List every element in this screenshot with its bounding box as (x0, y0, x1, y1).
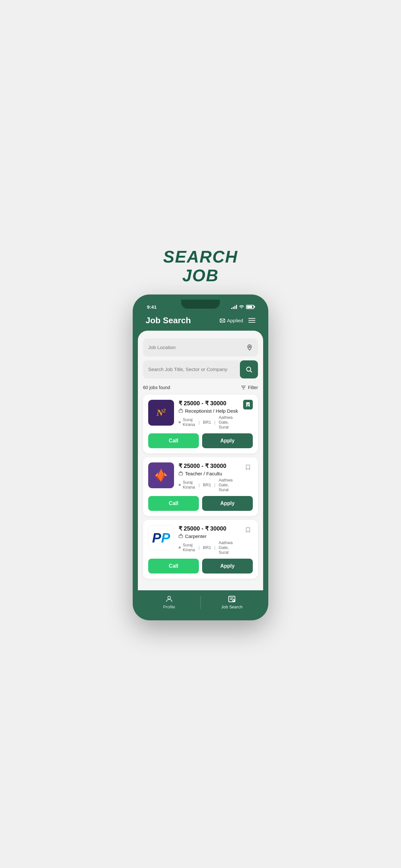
page-wrapper: SEARCH JOB 9:41 (123, 248, 278, 620)
branch-name-3: BR1 (203, 545, 211, 550)
company-row-2: Suraj Kirana | BR1 | Aathwa Gate, Surat (179, 477, 239, 492)
svg-rect-19 (179, 484, 181, 486)
job-actions-1: Call Apply (148, 433, 253, 448)
search-input[interactable] (143, 367, 240, 372)
notch (181, 300, 220, 309)
app-header: Job Search Applied (138, 312, 263, 331)
filter-label: Filter (248, 385, 258, 390)
svg-line-35 (235, 601, 235, 601)
company-logo-3: PP (148, 525, 174, 551)
results-count: 60 jobs found (143, 385, 170, 390)
location-pin-icon (246, 344, 253, 351)
search-wrapper (143, 361, 258, 378)
branch-name-2: BR1 (203, 483, 211, 487)
building-icon-3 (179, 546, 181, 550)
svg-rect-8 (179, 422, 181, 423)
location-input[interactable] (148, 345, 246, 350)
company-row-1: Suraj Kirana | BR1 | Aathwa Gate, Surat (179, 415, 239, 430)
job-location-3: Aathwa Gate, Surat (219, 540, 239, 555)
job-actions-3: Call Apply (148, 559, 253, 574)
bookmark-button-3[interactable] (243, 525, 253, 535)
svg-point-2 (247, 367, 251, 371)
search-section (143, 338, 258, 378)
hamburger-menu-button[interactable] (248, 318, 255, 322)
bottom-nav: Profile Job Search (138, 590, 263, 615)
phone-frame: 9:41 Job Search (133, 294, 268, 620)
apply-button-3[interactable]: Apply (202, 559, 253, 574)
bookmark-icon (245, 402, 251, 407)
envelope-icon (220, 318, 225, 323)
job-role-3: Carpenter (185, 533, 207, 539)
job-card: N2 ₹ 25000 - ₹ 30000 Receptionist / Help… (143, 395, 258, 454)
call-button-3[interactable]: Call (148, 559, 199, 574)
status-time: 9:41 (147, 304, 157, 310)
job-card-3: PP ₹ 25000 - ₹ 30000 Carpenter (143, 520, 258, 579)
phone-inner: 9:41 Job Search (138, 300, 263, 615)
job-actions-2: Call Apply (148, 496, 253, 511)
filter-icon (241, 385, 246, 390)
header-right: Applied (220, 318, 255, 323)
svg-point-1 (249, 346, 251, 348)
company-name-3: Suraj Kirana (183, 542, 195, 552)
apply-button-2[interactable]: Apply (202, 496, 253, 511)
briefcase-icon-3 (179, 534, 183, 538)
bookmark-button-2[interactable] (243, 462, 253, 472)
job-salary-2: ₹ 25000 - ₹ 30000 (179, 462, 239, 469)
call-button-2[interactable]: Call (148, 496, 199, 511)
bookmark-empty-icon (245, 464, 251, 470)
nav-item-job-search[interactable]: Job Search (201, 590, 264, 615)
company-name-2: Suraj Kirana (183, 480, 195, 490)
status-bar: 9:41 (138, 300, 263, 312)
svg-marker-16 (155, 472, 158, 476)
svg-rect-7 (179, 410, 183, 413)
profile-nav-icon (165, 595, 174, 603)
results-header: 60 jobs found Filter (143, 385, 258, 390)
company-row-3: Suraj Kirana | BR1 | Aathwa Gate, Surat (179, 540, 239, 555)
n-logo: N2 (157, 407, 166, 418)
app-title: Job Search (146, 315, 191, 326)
wifi-icon (239, 305, 244, 309)
signal-bars-icon (231, 305, 237, 309)
job-search-nav-icon (227, 595, 236, 603)
call-button-1[interactable]: Call (148, 433, 199, 448)
svg-point-34 (233, 599, 235, 601)
job-salary-3: ₹ 25000 - ₹ 30000 (179, 525, 239, 532)
job-info-3: ₹ 25000 - ₹ 30000 Carpenter (179, 525, 239, 555)
company-logo-1: N2 (148, 400, 174, 426)
bookmark-empty-icon-3 (245, 527, 251, 533)
job-role: Receptionist / Help Desk (185, 408, 238, 414)
location-input-wrapper (143, 338, 258, 356)
apply-button-1[interactable]: Apply (202, 433, 253, 448)
briefcase-icon-2 (179, 471, 183, 476)
svg-point-30 (167, 596, 171, 599)
page-big-title: SEARCH JOB (163, 248, 238, 284)
pp-logo: PP (152, 530, 170, 546)
job-search-nav-label: Job Search (221, 604, 243, 609)
fox-logo-svg (152, 466, 170, 485)
job-card-top-3: PP ₹ 25000 - ₹ 30000 Carpenter (148, 525, 253, 555)
job-card-2: ₹ 25000 - ₹ 30000 Teacher / Facultu (143, 457, 258, 516)
job-info-1: ₹ 25000 - ₹ 30000 Receptionist / Help De… (179, 400, 239, 430)
search-button[interactable] (240, 361, 258, 378)
applied-label: Applied (227, 318, 243, 323)
search-icon (245, 366, 252, 373)
building-icon (179, 420, 181, 424)
applied-button[interactable]: Applied (220, 318, 243, 323)
svg-rect-18 (179, 473, 183, 475)
job-card-top-2: ₹ 25000 - ₹ 30000 Teacher / Facultu (148, 462, 253, 492)
filter-button[interactable]: Filter (241, 385, 258, 390)
profile-nav-label: Profile (163, 604, 175, 609)
svg-rect-25 (179, 547, 181, 548)
job-location-2: Aathwa Gate, Surat (219, 477, 239, 492)
branch-name: BR1 (203, 420, 211, 425)
job-role-2: Teacher / Facultu (185, 471, 222, 476)
job-info-2: ₹ 25000 - ₹ 30000 Teacher / Facultu (179, 462, 239, 492)
svg-rect-24 (179, 535, 183, 538)
bookmark-button-1[interactable] (243, 400, 253, 409)
company-logo-2 (148, 462, 174, 488)
briefcase-icon (179, 408, 183, 413)
nav-item-profile[interactable]: Profile (138, 590, 201, 615)
company-name: Suraj Kirana (183, 417, 195, 427)
status-icons (231, 305, 254, 309)
building-icon-2 (179, 483, 181, 487)
